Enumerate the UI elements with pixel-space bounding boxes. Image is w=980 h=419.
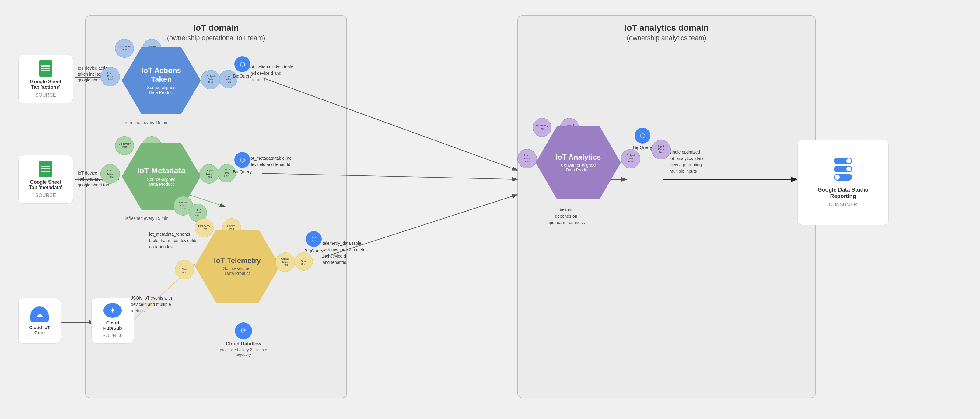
bigquery-3-icon: ⬡ (306, 231, 322, 247)
bigquery-1-icon: ⬡ (234, 56, 250, 72)
datastudio-label: Google Data StudioReporting (818, 187, 868, 200)
actions-bq-label: iot_actions_taken tableincl deviceId and… (250, 64, 310, 83)
source-cloud-pubsub: ✦ CloudPub/Sub SOURCE (91, 298, 134, 344)
source-actions-label: Google SheetTab 'actions' (30, 79, 61, 90)
actions-title: IoT Actions Taken (122, 66, 201, 84)
diagram-container: IoT domain (ownership operational IoT te… (0, 0, 980, 419)
analytics-view-label: single optimizediot_analytics_dataview a… (670, 149, 730, 175)
sheets-icon-actions (39, 60, 52, 77)
cloud-iot-icon: ☁ (30, 306, 49, 322)
metadata-title: IoT Metadata (128, 166, 195, 175)
dataflow-label: Cloud Dataflow (226, 341, 261, 347)
toggle-3 (834, 174, 852, 181)
analytics-domain-title: IoT analytics domain (518, 23, 815, 33)
analytics-output-port: OutputDataPort (621, 149, 640, 168)
metadata-subtitle2: Data Product (149, 182, 174, 187)
metadata-output-port: OutputDataPort (199, 164, 219, 184)
analytics-domain-subtitle: (ownership analytics team) (518, 34, 815, 42)
dataflow-note: processed every 2 min into bigquery (219, 348, 268, 357)
bigquery-3-label: BigQuery (304, 248, 323, 253)
consumer-google-datastudio: Google Data StudioReporting CONSUMER (797, 140, 889, 225)
actions-hex-shape: IoT Actions Taken Source-aligned Data Pr… (122, 47, 201, 114)
analytics-title: IoT Analytics (550, 153, 607, 162)
datastudio-icon (834, 157, 852, 181)
toggle-1 (834, 157, 852, 164)
analytics-freshness-label: instantdepends onupstream freshness (536, 207, 597, 226)
actions-input-port: InputDataPort (100, 67, 120, 86)
source-metadata-tag: SOURCE (35, 193, 56, 198)
pubsub-icon: ✦ (103, 303, 122, 318)
pubsub-label: CloudPub/Sub (103, 320, 122, 330)
source-actions-tag: SOURCE (35, 92, 56, 98)
bigquery-4-container: ⬡ BigQuery (633, 128, 652, 150)
toggle-2 (834, 166, 852, 172)
analytics-subtitle2: Data Product (566, 168, 591, 172)
analytics-subtitle: Consumer-aligned (561, 163, 596, 168)
dataflow-container: ⟳ Cloud Dataflow processed every 2 min i… (219, 322, 268, 357)
bigquery-2-icon: ⬡ (234, 152, 250, 168)
metadata-refresh-label: refreshed every 15 min (125, 216, 168, 221)
telemetry-subtitle2: Data Product (225, 271, 250, 276)
metadata-input-port: InputDataPort (100, 164, 120, 184)
telemetry-output-port: OutputDataPort (275, 252, 295, 272)
pubsub-tag: SOURCE (102, 333, 123, 338)
datastudio-tag: CONSUMER (829, 202, 857, 207)
iot-domain-title: IoT domain (86, 23, 346, 33)
actions-refresh-label: refreshed every 15 min (125, 120, 168, 125)
bigquery-3-container: ⬡ BigQuery (304, 231, 323, 253)
telemetry-title: IoT Telemetry (205, 256, 270, 265)
actions-output-port: OutputDataPort (201, 70, 220, 89)
telemetry-bq-label: telemetry_data tablewith row for each me… (323, 240, 390, 266)
analytics-hex-shape: IoT Analytics Consumer-aligned Data Prod… (536, 126, 621, 199)
telemetry-json-label: JSON IoT events withdeviceId and multipl… (131, 295, 186, 314)
metadata-subtitle: Source-aligned (147, 177, 176, 182)
bigquery-4-label: BigQuery (633, 145, 652, 150)
iot-actions-hexagon: IoT Actions Taken Source-aligned Data Pr… (122, 47, 201, 114)
bigquery-1-label: BigQuery (233, 73, 252, 78)
analytics-bq-input-port: InputDataPort (651, 140, 671, 159)
source-google-sheet-actions: Google SheetTab 'actions' SOURCE (18, 55, 73, 103)
iot-analytics-hexagon: IoT Analytics Consumer-aligned Data Prod… (536, 126, 621, 199)
analytics-input-port: InputDataPort (517, 149, 537, 168)
telemetry-input-port: InputDataPort (175, 260, 194, 279)
telemetry-subtitle: Source-aligned (223, 266, 252, 271)
iot-telemetry-hexagon: IoT Telemetry Source-aligned Data Produc… (195, 230, 280, 303)
bigquery-4-icon: ⬡ (635, 128, 651, 143)
source-metadata-label: Google SheetTab 'metadata' (29, 179, 62, 190)
bigquery-2-label: BigQuery (233, 169, 252, 174)
actions-subtitle: Source-aligned (147, 85, 176, 90)
dataflow-icon: ⟳ (235, 322, 252, 339)
actions-subtitle2: Data Product (149, 90, 174, 95)
source-cloud-iot-core: ☁ Cloud IoTCore (18, 298, 61, 344)
sheets-icon-metadata (39, 160, 52, 177)
metadata-bq-label: iot_metadata table incldeviceId and tena… (250, 155, 310, 168)
bigquery-2-container: ⬡ BigQuery (233, 152, 252, 174)
cloud-iot-label: Cloud IoTCore (29, 325, 50, 335)
bigquery-1-container: ⬡ BigQuery (233, 56, 252, 78)
telemetry-bq-input-port: InputDataPort (294, 252, 313, 271)
source-google-sheet-metadata: Google SheetTab 'metadata' SOURCE (18, 155, 73, 204)
telemetry-hex-shape: IoT Telemetry Source-aligned Data Produc… (195, 230, 280, 303)
